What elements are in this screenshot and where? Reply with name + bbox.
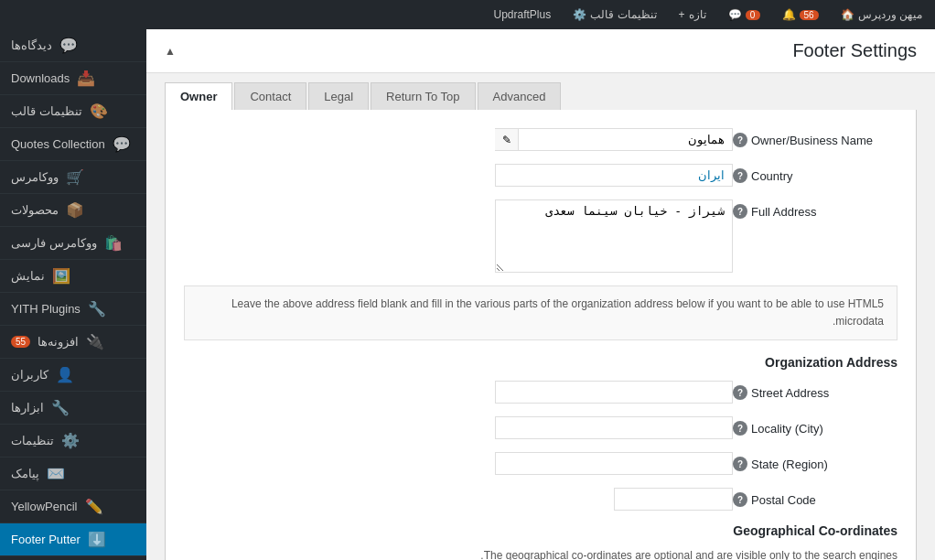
- state-label: (State (Region ?: [733, 452, 897, 471]
- sidebar-icon-theme-settings: 🎨: [90, 102, 108, 120]
- tab-advanced[interactable]: Advanced: [478, 82, 562, 110]
- locality-label: (Locality (City ?: [733, 416, 897, 436]
- country-label: Country ?: [733, 164, 897, 183]
- owner-name-help[interactable]: ?: [733, 133, 747, 147]
- sidebar-label-theme-settings: تنظیمات قالب: [11, 104, 82, 118]
- sidebar-icon-frontpage: 🔌: [86, 333, 104, 350]
- adminbar-updraftplus[interactable]: UpdraftPlus: [488, 0, 556, 29]
- country-help[interactable]: ?: [733, 168, 747, 183]
- sidebar-icon-messages: ✉️: [47, 465, 65, 482]
- comment-icon: 💬: [728, 8, 742, 21]
- sidebar-icon-tools: 🔧: [51, 399, 70, 416]
- country-row: Country ?: [184, 164, 897, 187]
- sidebar-label-woocommerce-fa: ووکامرس فارسی: [11, 236, 97, 250]
- geo-heading: Geographical Co-ordinates: [184, 523, 897, 538]
- geo-info-text: The geographical co-ordinates are option…: [184, 549, 897, 560]
- sidebar-label-frontpage: افزونه‌ها: [38, 335, 79, 349]
- sidebar-label-messages: پیامک: [11, 467, 39, 480]
- sidebar-item-messages[interactable]: ✉️ پیامک: [0, 458, 146, 490]
- admin-bar: UpdraftPlus ⚙️ تنظیمات قالب + تازه 💬 0 🔔…: [0, 0, 935, 29]
- tabs-bar: Owner Contact Legal Return To Top Advanc…: [146, 73, 935, 110]
- adminbar-customize[interactable]: ⚙️ تنظیمات قالب: [567, 0, 661, 29]
- sidebar-label-settings: تنظیمات: [11, 434, 54, 447]
- sidebar-item-downloads[interactable]: 📥 Downloads: [0, 62, 146, 95]
- adminbar-new[interactable]: + تازه: [673, 0, 712, 29]
- tab-contact[interactable]: Contact: [234, 82, 306, 110]
- sidebar-icon-downloads: 📥: [77, 70, 95, 87]
- sidebar-item-yith[interactable]: 🔧 YITH Plugins: [0, 293, 146, 326]
- sidebar-badge-frontpage: 55: [11, 336, 30, 348]
- sidebar-item-woocommerce-fa[interactable]: 🛍️ ووکامرس فارسی: [0, 227, 146, 260]
- sidebar-item-footer-putter[interactable]: ⬇️ Footer Putter: [0, 523, 146, 556]
- sidebar-item-frontpage[interactable]: 🔌 افزونه‌ها 55: [0, 326, 146, 359]
- sidebar-item-tools[interactable]: 🔧 ابزارها: [0, 392, 146, 425]
- locality-row: (Locality (City ?: [184, 416, 897, 439]
- sidebar-label-downloads: Downloads: [11, 71, 70, 85]
- owner-name-input-wrapper: ✎: [495, 128, 733, 151]
- adminbar-site[interactable]: 🏠 میهن وردپرس: [835, 0, 928, 29]
- sidebar-item-woocommerce[interactable]: 🛒 ووکامرس: [0, 161, 146, 194]
- adminbar-updates[interactable]: 🔔 56: [777, 0, 824, 29]
- address-info-text: Leave the above address field blank and …: [184, 285, 897, 340]
- sidebar-icon-users: 👤: [56, 366, 74, 383]
- tab-owner[interactable]: Owner: [165, 82, 232, 110]
- state-help[interactable]: ?: [733, 457, 747, 471]
- main-content: ▲ Footer Settings Owner Contact Legal Re…: [146, 29, 935, 560]
- collapse-arrow[interactable]: ▲: [165, 45, 176, 58]
- street-address-input[interactable]: [495, 381, 733, 404]
- owner-name-label: Owner/Business Name ?: [733, 128, 897, 147]
- gear-icon: ⚙️: [573, 8, 586, 21]
- sidebar-icon-settings: ⚙️: [61, 432, 80, 449]
- sidebar-icon-appearance: 🖼️: [52, 267, 70, 285]
- plus-icon: +: [679, 8, 685, 21]
- sidebar-icon-quotes: 💬: [113, 135, 131, 153]
- full-address-help[interactable]: ?: [733, 204, 747, 219]
- home-icon: 🏠: [841, 8, 854, 21]
- sidebar-label-products: محصولات: [11, 203, 59, 217]
- sidebar-label-appearance: نمایش: [11, 269, 45, 283]
- postal-code-input[interactable]: [614, 488, 733, 511]
- sidebar-item-theme-settings[interactable]: 🎨 تنظیمات قالب: [0, 95, 146, 128]
- street-address-help[interactable]: ?: [733, 385, 747, 400]
- sidebar-item-quotes[interactable]: 💬 Quotes Collection: [0, 128, 146, 161]
- form-area: Owner/Business Name ? ✎ Country ?: [165, 110, 917, 560]
- page-header: ▲ Footer Settings: [146, 29, 935, 73]
- full-address-input[interactable]: شیراز - خیابان سینما سعدی: [495, 199, 733, 273]
- sidebar-icon-yith: 🔧: [88, 300, 106, 318]
- owner-name-input[interactable]: [495, 128, 733, 151]
- country-input[interactable]: [495, 164, 733, 187]
- postal-code-help[interactable]: ?: [733, 492, 747, 507]
- org-address-heading: Organization Address: [184, 355, 897, 370]
- sidebar-label-yellowpencil: YellowPencil: [11, 500, 78, 513]
- tab-return-to-top[interactable]: Return To Top: [371, 82, 475, 110]
- owner-name-row: Owner/Business Name ? ✎: [184, 128, 897, 151]
- sidebar-item-dashboard[interactable]: 💬 دیدگاه‌ها: [0, 29, 146, 62]
- edit-icon[interactable]: ✎: [495, 128, 519, 151]
- sidebar-icon-yellowpencil: ✏️: [85, 498, 103, 515]
- postal-code-label: Postal Code ?: [733, 488, 897, 507]
- sidebar-item-yellowpencil[interactable]: ✏️ YellowPencil: [0, 490, 146, 523]
- locality-help[interactable]: ?: [733, 421, 747, 436]
- adminbar-comments[interactable]: 💬 0: [723, 0, 766, 29]
- tab-legal[interactable]: Legal: [308, 82, 369, 110]
- sidebar: 💬 دیدگاه‌ها 📥 Downloads 🎨 تنظیمات قالب 💬…: [0, 29, 146, 560]
- postal-code-row: Postal Code ?: [184, 488, 897, 511]
- sidebar-label-quotes: Quotes Collection: [11, 137, 105, 151]
- sidebar-icon-dashboard: 💬: [59, 37, 78, 54]
- locality-input[interactable]: [495, 416, 733, 439]
- sidebar-item-settings[interactable]: ⚙️ تنظیمات: [0, 425, 146, 458]
- sidebar-label-woocommerce: ووکامرس: [11, 170, 59, 184]
- sidebar-item-appearance[interactable]: 🖼️ نمایش: [0, 260, 146, 293]
- full-address-row: Full Address ? شیراز - خیابان سینما سعدی: [184, 199, 897, 273]
- sidebar-icon-woocommerce: 🛒: [66, 168, 84, 186]
- sidebar-item-users[interactable]: 👤 کاربران: [0, 359, 146, 392]
- updates-icon: 🔔: [782, 8, 796, 21]
- sidebar-item-products[interactable]: 📦 محصولات: [0, 194, 146, 227]
- page-title: Footer Settings: [792, 40, 917, 61]
- sidebar-label-yith: YITH Plugins: [11, 302, 81, 316]
- sidebar-label-dashboard: دیدگاه‌ها: [11, 38, 52, 52]
- state-input[interactable]: [495, 452, 733, 475]
- street-address-label: Street Address ?: [733, 381, 897, 400]
- layout: 💬 دیدگاه‌ها 📥 Downloads 🎨 تنظیمات قالب 💬…: [0, 29, 935, 560]
- state-row: (State (Region ?: [184, 452, 897, 475]
